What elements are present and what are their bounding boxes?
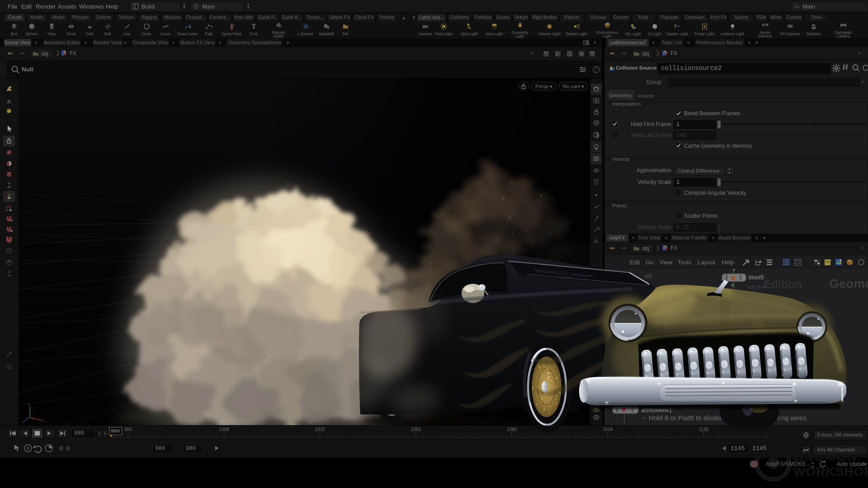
svg-text:K: K <box>27 446 30 451</box>
svg-text:1032: 1032 <box>315 427 326 432</box>
svg-text:1056: 1056 <box>411 427 421 432</box>
svg-text:1128: 1128 <box>699 427 709 432</box>
svg-text:?: ? <box>595 67 598 72</box>
svg-text:984: 984 <box>124 427 132 432</box>
svg-text:12: 12 <box>596 226 600 230</box>
svg-text:1080: 1080 <box>507 427 517 432</box>
svg-text:T: T <box>251 23 256 30</box>
svg-text:1104: 1104 <box>603 427 613 432</box>
svg-text:1008: 1008 <box>219 427 229 432</box>
